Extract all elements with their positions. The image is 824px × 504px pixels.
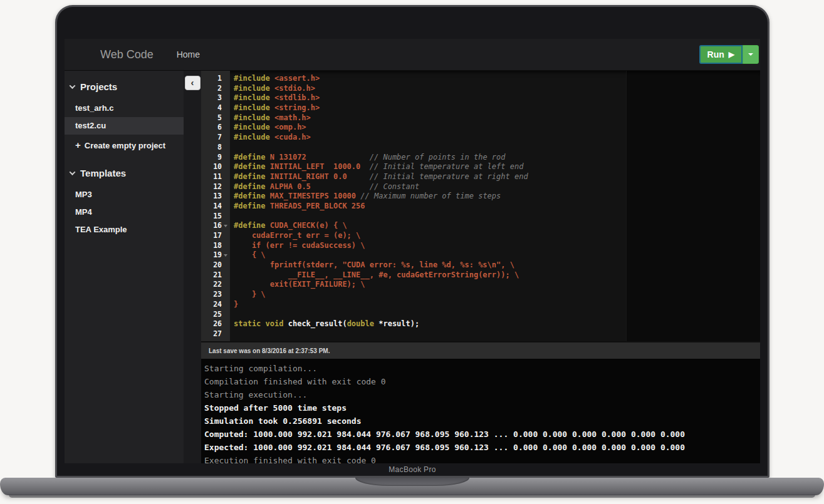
code-token: <cuda.h>: [270, 133, 311, 141]
code-line: cudaError_t err = (e); \: [234, 231, 760, 241]
code-token: INITIAL_RIGHT 0.0: [266, 172, 347, 181]
code-line: #include <omp.h>: [234, 123, 760, 133]
code-token: *result);: [374, 319, 419, 328]
code-token: [311, 182, 370, 191]
sidebar-item[interactable]: TEA Example: [65, 221, 184, 239]
code-editor[interactable]: 1234567891011121314151617181920212223242…: [201, 71, 760, 341]
fold-marker-icon[interactable]: [224, 254, 227, 257]
console-line: Starting execution...: [204, 388, 760, 401]
code-line: { \: [234, 250, 760, 260]
sidebar-gap: ‹: [184, 71, 201, 463]
code-line: #define ALPHA 0.5 // Constant: [234, 182, 760, 192]
code-token: #define: [234, 221, 266, 230]
code-line: #define INITIAL_RIGHT 0.0 // Initial tem…: [234, 172, 760, 182]
line-number: 23: [201, 290, 230, 300]
code-token: exit(EXIT_FAILURE); \: [234, 280, 365, 289]
code-line: #include <stdlib.h>: [234, 93, 760, 103]
code-line: #define MAX_TIMESTEPS 10000 // Maximum n…: [234, 192, 760, 202]
console-line: Simulation took 0.256891 seconds: [204, 414, 760, 428]
sidebar-section-header[interactable]: Templates: [65, 165, 184, 181]
sidebar-section-title: Templates: [80, 168, 126, 178]
code-area[interactable]: #include <assert.h>#include <stdio.h>#in…: [230, 71, 760, 341]
code-token: #define: [234, 162, 266, 171]
line-number: 26: [201, 319, 230, 329]
code-token: check_result(: [283, 319, 347, 328]
code-token: // Initial temperature at right end: [370, 172, 528, 181]
code-token: N 131072: [266, 153, 306, 162]
line-number: 21: [201, 270, 230, 280]
fold-marker-icon[interactable]: [224, 225, 227, 227]
line-number: 7: [201, 133, 230, 143]
code-token: cudaError_t err = (e); \: [234, 231, 360, 240]
create-project-button[interactable]: +Create empty project: [65, 136, 184, 155]
line-number: 9: [201, 153, 230, 163]
code-line: #include <string.h>: [234, 103, 760, 113]
app-brand[interactable]: Web Code: [100, 48, 154, 61]
code-line: #include <stdio.h>: [234, 84, 760, 94]
line-number: 27: [201, 329, 230, 339]
code-token: MAX_TIMESTEPS 10000: [266, 192, 357, 200]
code-token: <assert.h>: [270, 74, 320, 83]
laptop-screen-frame: Web Code Home Run ▶ Projectstest_arh.cte…: [55, 5, 769, 478]
sidebar-item[interactable]: test2.cu: [65, 117, 184, 135]
console-line: Computed: 1000.000 992.021 984.044 976.0…: [204, 428, 760, 441]
code-line: __FILE__, __LINE__, #e, cudaGetErrorStri…: [234, 270, 760, 280]
code-line: #include <cuda.h>: [234, 133, 760, 143]
sidebar-section-header[interactable]: Projects: [65, 78, 184, 95]
code-line: #define THREADS_PER_BLOCK 256: [234, 202, 760, 212]
code-token: [347, 172, 370, 181]
chevron-down-icon: [70, 83, 76, 89]
sidebar-item[interactable]: test_arh.c: [65, 100, 184, 117]
plus-icon: +: [75, 140, 81, 150]
device-label: MacBook Pro: [57, 465, 768, 474]
code-token: THREADS_PER_BLOCK 256: [266, 202, 365, 210]
sidebar-item-label: test2.cu: [75, 121, 106, 130]
play-icon: ▶: [729, 51, 734, 58]
nav-link-home[interactable]: Home: [177, 49, 200, 59]
line-number: 25: [201, 310, 230, 320]
code-line: } \: [234, 290, 760, 300]
save-status-text: Last save was on 8/3/2016 at 2:37:53 PM.: [209, 347, 330, 354]
sidebar-section: Projectstest_arh.ctest2.cu+Create empty …: [65, 78, 184, 155]
code-token: double: [347, 319, 374, 328]
line-number: 5: [201, 113, 230, 123]
sidebar-section-title: Projects: [80, 81, 117, 92]
line-number: 10: [201, 162, 230, 172]
code-token: <omp.h>: [270, 123, 306, 131]
save-status-bar: Last save was on 8/3/2016 at 2:37:53 PM.: [201, 341, 760, 359]
editor-column: 1234567891011121314151617181920212223242…: [201, 71, 760, 463]
console-line: Execution finished with exit code 0: [204, 454, 760, 463]
laptop-notch: [355, 478, 469, 486]
code-line: [234, 212, 760, 222]
sidebar-item[interactable]: MP4: [65, 203, 184, 221]
code-token: #define: [234, 202, 266, 210]
line-number: 4: [201, 103, 230, 113]
code-token: #define: [234, 182, 266, 191]
sidebar-item-label: MP3: [75, 190, 92, 199]
code-token: } \: [234, 290, 266, 299]
code-line: #include <math.h>: [234, 113, 760, 123]
console-line: Stopped after 5000 time steps: [204, 401, 760, 414]
laptop-base: [0, 478, 824, 495]
code-token: fprintf(stderr, "CUDA error: %s, line %d…: [234, 260, 514, 269]
code-token: #include: [234, 93, 270, 102]
code-line: if (err != cudaSuccess) \: [234, 241, 760, 251]
code-token: }: [234, 300, 238, 309]
code-token: // Initial temperature at left end: [370, 162, 524, 171]
line-number: 2: [201, 84, 230, 94]
sidebar-item[interactable]: MP3: [65, 186, 184, 203]
code-token: CUDA_CHECK(e) { \: [266, 221, 347, 230]
console-output: Starting compilation...Compilation finis…: [201, 359, 760, 463]
line-number: 16: [201, 221, 230, 231]
code-line: exit(EXIT_FAILURE); \: [234, 280, 760, 290]
line-number: 15: [201, 212, 230, 222]
run-options-dropdown-button[interactable]: [743, 45, 759, 64]
code-token: #include: [234, 84, 270, 93]
code-token: <stdio.h>: [270, 84, 315, 93]
line-number-gutter[interactable]: 1234567891011121314151617181920212223242…: [201, 71, 230, 341]
code-token: #define: [234, 192, 266, 200]
run-button[interactable]: Run ▶: [699, 45, 743, 64]
sidebar-item-label: MP4: [75, 207, 92, 217]
line-number: 17: [201, 231, 230, 241]
collapse-sidebar-button[interactable]: ‹: [185, 76, 201, 90]
